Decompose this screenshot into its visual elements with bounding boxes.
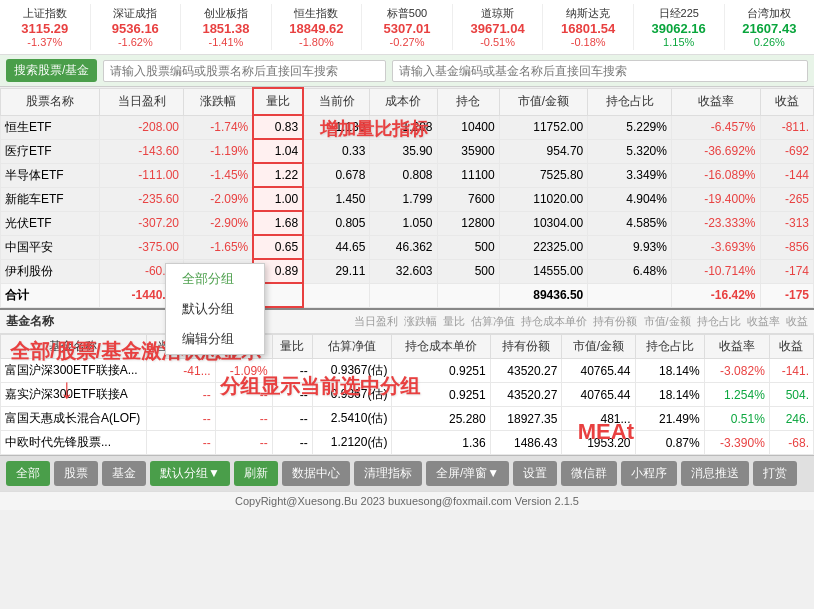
yield: -19.400% — [671, 187, 760, 211]
fund-ratio: -- — [272, 407, 312, 431]
stock-name: 中国平安 — [1, 235, 100, 259]
search-stock-btn[interactable]: 搜索股票/基金 — [6, 59, 97, 82]
total-yield: -16.42% — [671, 283, 760, 307]
total-p — [303, 283, 370, 307]
th-8: 持仓占比 — [588, 88, 672, 115]
fund-est: 2.5410(估) — [312, 407, 392, 431]
s2-th-7: 市值/金额 — [562, 335, 635, 359]
btn-clear[interactable]: 清理指标 — [354, 461, 422, 486]
th-6: 持仓 — [437, 88, 499, 115]
table-row: 新能车ETF -235.60 -2.09% 1.00 1.450 1.799 7… — [1, 187, 814, 211]
yield: -23.333% — [671, 211, 760, 235]
hold: 35900 — [437, 139, 499, 163]
btn-fullscreen[interactable]: 全屏/弹窗▼ — [426, 461, 509, 486]
table-row: 光伏ETF -307.20 -2.90% 1.68 0.805 1.050 12… — [1, 211, 814, 235]
yield: -36.692% — [671, 139, 760, 163]
th-9: 收益率 — [671, 88, 760, 115]
btn-refresh[interactable]: 刷新 — [234, 461, 278, 486]
pct: -1.45% — [183, 163, 253, 187]
app-wrapper: 上证指数 3115.29 -1.37% 深证成指 9536.16 -1.62% … — [0, 0, 814, 510]
hold: 500 — [437, 235, 499, 259]
s2-th-0: 基金名称 — [1, 335, 147, 359]
search-fund-input[interactable] — [392, 60, 808, 82]
btn-datacenter[interactable]: 数据中心 — [282, 461, 350, 486]
fund-income: 504. — [769, 383, 813, 407]
total-p2 — [588, 283, 672, 307]
fund-pct2: 18.14% — [635, 359, 704, 383]
hold: 12800 — [437, 211, 499, 235]
fund-ratio: -- — [272, 359, 312, 383]
table-row: 半导体ETF -111.00 -1.45% 1.22 0.678 0.808 1… — [1, 163, 814, 187]
btn-reward[interactable]: 打赏 — [753, 461, 797, 486]
th-10: 收益 — [760, 88, 813, 115]
income: -174 — [760, 259, 813, 283]
search-bar: 搜索股票/基金 — [0, 55, 814, 87]
fund-pct2: 18.14% — [635, 383, 704, 407]
pct2: 4.585% — [588, 211, 672, 235]
ticker-item: 恒生指数 18849.62 -1.80% — [272, 4, 363, 50]
fund-pct2: 21.49% — [635, 407, 704, 431]
pct2: 5.320% — [588, 139, 672, 163]
pct2: 3.349% — [588, 163, 672, 187]
cost: 1.050 — [370, 211, 437, 235]
arrow-annotation: ↓ — [60, 373, 74, 405]
ratio: 0.65 — [253, 235, 303, 259]
btn-default-group[interactable]: 默认分组▼ — [150, 461, 230, 486]
ratio: 0.83 — [253, 115, 303, 139]
fund-value: 40765.44 — [562, 383, 635, 407]
fund-income: 246. — [769, 407, 813, 431]
profit: -111.00 — [100, 163, 184, 187]
s2-th-10: 收益 — [769, 335, 813, 359]
section2-table: 基金名称当日盈利涨跌幅量比估算净值持仓成本单价持有份额市值/金额持仓占比收益率收… — [0, 334, 814, 455]
stock-table: 股票名称当日盈利涨跌幅量比当前价成本价持仓市值/金额持仓占比收益率收益 恒生ET… — [0, 87, 814, 308]
income: -692 — [760, 139, 813, 163]
btn-mini[interactable]: 小程序 — [621, 461, 677, 486]
total-name: 合计 — [1, 283, 100, 307]
fund-pct: -- — [215, 431, 272, 455]
s2-table-row: 富国沪深300ETF联接A... -41... -1.09% -- 0.9367… — [1, 359, 814, 383]
ticker-item: 创业板指 1851.38 -1.41% — [181, 4, 272, 50]
section2-cols: 当日盈利 涨跌幅 量比 估算净值 持仓成本单价 持有份额 市值/金额 持仓占比 … — [354, 314, 808, 329]
section2-header-row: 基金名称 当日盈利 涨跌幅 量比 估算净值 持仓成本单价 持有份额 市值/金额 … — [0, 308, 814, 334]
section2: 基金名称 当日盈利 涨跌幅 量比 估算净值 持仓成本单价 持有份额 市值/金额 … — [0, 308, 814, 455]
ratio: 1.22 — [253, 163, 303, 187]
dropdown-item-all[interactable]: 全部分组 — [166, 264, 264, 294]
fund-ratio: -- — [272, 383, 312, 407]
fund-yield: 1.254% — [704, 383, 769, 407]
ticker-item: 上证指数 3115.29 -1.37% — [0, 4, 91, 50]
yield: -6.457% — [671, 115, 760, 139]
s2-th-8: 持仓占比 — [635, 335, 704, 359]
fund-profit: -- — [146, 407, 215, 431]
ticker-item: 纳斯达克 16801.54 -0.18% — [543, 4, 634, 50]
dropdown-item-edit[interactable]: 编辑分组 — [166, 324, 264, 354]
yield: -10.714% — [671, 259, 760, 283]
cost: 46.362 — [370, 235, 437, 259]
cost: 1.208 — [370, 115, 437, 139]
income: -313 — [760, 211, 813, 235]
fund-est: 0.9367(估) — [312, 359, 392, 383]
value: 7525.80 — [499, 163, 588, 187]
main-area: 股票名称当日盈利涨跌幅量比当前价成本价持仓市值/金额持仓占比收益率收益 恒生ET… — [0, 87, 814, 308]
price: 0.678 — [303, 163, 370, 187]
stock-name: 伊利股份 — [1, 259, 100, 283]
search-stock-input[interactable] — [103, 60, 385, 82]
dropdown-menu: 全部分组 默认分组 编辑分组 — [165, 263, 265, 355]
fund-pct: -- — [215, 407, 272, 431]
ticker-bar: 上证指数 3115.29 -1.37% 深证成指 9536.16 -1.62% … — [0, 0, 814, 55]
fund-shares: 43520.27 — [490, 383, 562, 407]
fund-shares: 43520.27 — [490, 359, 562, 383]
pct2: 6.48% — [588, 259, 672, 283]
yield: -16.089% — [671, 163, 760, 187]
btn-notify[interactable]: 消息推送 — [681, 461, 749, 486]
btn-stock[interactable]: 股票 — [54, 461, 98, 486]
ratio: 1.68 — [253, 211, 303, 235]
table-row: 中国平安 -375.00 -1.65% 0.65 44.65 46.362 50… — [1, 235, 814, 259]
fund-name: 中欧时代先锋股票... — [1, 431, 147, 455]
btn-wechat[interactable]: 微信群 — [561, 461, 617, 486]
btn-settings[interactable]: 设置 — [513, 461, 557, 486]
btn-all[interactable]: 全部 — [6, 461, 50, 486]
s2-th-5: 持仓成本单价 — [392, 335, 490, 359]
btn-fund[interactable]: 基金 — [102, 461, 146, 486]
dropdown-item-default[interactable]: 默认分组 — [166, 294, 264, 324]
fund-yield: -3.390% — [704, 431, 769, 455]
